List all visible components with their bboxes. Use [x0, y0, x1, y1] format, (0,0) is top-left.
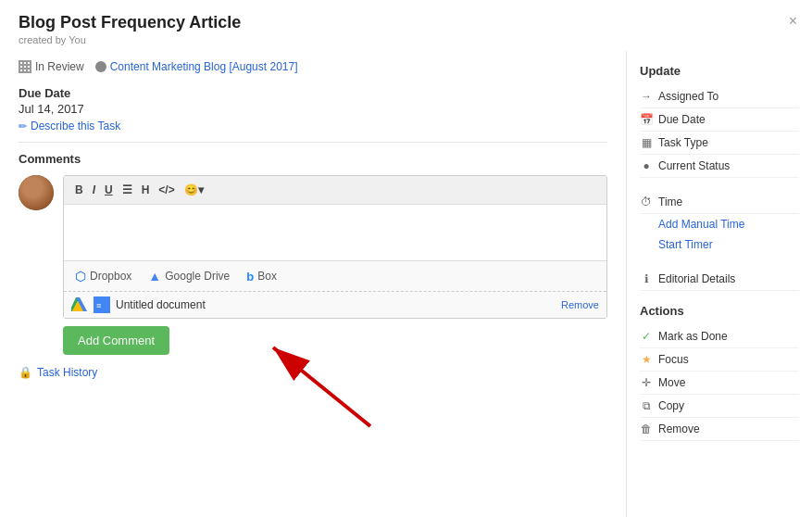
svg-text:≡: ≡ — [96, 301, 101, 310]
comment-area: B I U ☰ H </> 😊▾ — [19, 175, 607, 319]
modal-subtitle: created by You — [19, 34, 793, 45]
task-type-icon: ▦ — [640, 136, 653, 149]
describe-link[interactable]: ✏ Describe this Task — [19, 120, 607, 132]
task-history-link[interactable]: 🔒 Task History — [19, 366, 607, 379]
attached-file-left: ≡ Untitled document — [71, 296, 206, 313]
comments-label: Comments — [19, 152, 607, 166]
sidebar-item-mark-as-done[interactable]: ✓ Mark as Done — [640, 325, 799, 348]
comments-section: Comments B I U ☰ H — [19, 152, 607, 355]
copy-icon: ⧉ — [640, 399, 653, 412]
sidebar-item-copy[interactable]: ⧉ Copy — [640, 395, 799, 418]
modal-header: Blog Post Frequency Article created by Y… — [0, 0, 812, 51]
box-icon: b — [246, 270, 254, 284]
modal-body: In Review Content Marketing Blog [August… — [0, 51, 812, 517]
avatar — [19, 175, 54, 210]
actions-section-title: Actions — [640, 304, 799, 318]
code-button[interactable]: </> — [155, 182, 178, 198]
sidebar-item-remove[interactable]: 🗑 Remove — [640, 418, 799, 441]
list-button[interactable]: ☰ — [119, 182, 136, 198]
status-row: In Review Content Marketing Blog [August… — [19, 60, 607, 73]
editor-body[interactable] — [64, 205, 606, 260]
time-section: ⏱ Time Add Manual Time Start Timer — [640, 191, 799, 255]
due-date-section: Due Date Jul 14, 2017 ✏ Describe this Ta… — [19, 86, 607, 132]
status-badge: In Review — [19, 60, 84, 73]
gdrive-file-icon — [71, 296, 88, 313]
dropbox-icon: ⬡ — [75, 269, 86, 284]
box-button[interactable]: b Box — [243, 268, 281, 285]
underline-button[interactable]: U — [101, 182, 117, 198]
heading-button[interactable]: H — [138, 182, 154, 198]
sidebar-item-task-type[interactable]: ▦ Task Type — [640, 132, 799, 155]
close-button[interactable]: × — [789, 13, 797, 30]
move-icon: ✛ — [640, 376, 653, 389]
dropbox-button[interactable]: ⬡ Dropbox — [71, 267, 135, 285]
circle-icon — [95, 61, 106, 72]
clock-icon: ⏱ — [640, 195, 653, 208]
attachment-row: ⬡ Dropbox ▲ Google Drive b Box — [64, 260, 606, 291]
lock-icon: 🔒 — [19, 366, 32, 379]
sidebar-item-assigned-to[interactable]: → Assigned To — [640, 85, 799, 108]
modal-container: Blog Post Frequency Article created by Y… — [0, 0, 812, 517]
editor-toolbar: B I U ☰ H </> 😊▾ — [64, 176, 606, 205]
emoji-button[interactable]: 😊▾ — [181, 182, 207, 198]
status-text: In Review — [35, 60, 84, 73]
add-comment-button[interactable]: Add Comment — [63, 326, 169, 355]
star-icon: ★ — [640, 353, 653, 366]
add-manual-time-link[interactable]: Add Manual Time — [640, 214, 799, 234]
gdrive-button[interactable]: ▲ Google Drive — [144, 267, 233, 285]
calendar-icon: 📅 — [640, 113, 653, 126]
divider — [19, 142, 607, 143]
italic-button[interactable]: I — [89, 182, 99, 198]
attached-file-row: ≡ Untitled document Remove — [64, 291, 606, 318]
editorial-details-item[interactable]: ℹ Editorial Details — [640, 268, 799, 291]
start-timer-link[interactable]: Start Timer — [640, 234, 799, 255]
pencil-icon: ✏ — [19, 120, 27, 132]
remove-file-link[interactable]: Remove — [561, 299, 599, 310]
sidebar: Update → Assigned To 📅 Due Date ▦ Task T… — [627, 51, 812, 517]
update-section-title: Update — [640, 64, 799, 78]
gdrive-icon: ▲ — [148, 269, 161, 284]
actions-section: Actions ✓ Mark as Done ★ Focus ✛ Move ⧉ … — [640, 304, 799, 441]
status-dot-icon: ● — [640, 159, 653, 172]
sidebar-item-time[interactable]: ⏱ Time — [640, 191, 799, 214]
modal-title: Blog Post Frequency Article — [19, 13, 793, 32]
sidebar-item-focus[interactable]: ★ Focus — [640, 348, 799, 372]
checkmark-icon: ✓ — [640, 330, 653, 343]
arrow-right-icon: → — [640, 90, 653, 103]
main-content: In Review Content Marketing Blog [August… — [0, 51, 627, 517]
info-icon: ℹ — [640, 272, 653, 285]
doc-icon: ≡ — [94, 296, 110, 313]
file-name: Untitled document — [116, 298, 206, 311]
bold-button[interactable]: B — [71, 182, 87, 198]
sidebar-item-due-date[interactable]: 📅 Due Date — [640, 108, 799, 132]
due-date-value: Jul 14, 2017 — [19, 102, 607, 116]
sidebar-item-current-status[interactable]: ● Current Status — [640, 155, 799, 178]
editor-container: B I U ☰ H </> 😊▾ — [63, 175, 607, 319]
content-link[interactable]: Content Marketing Blog [August 2017] — [95, 60, 298, 73]
due-date-label: Due Date — [19, 86, 607, 100]
sidebar-item-move[interactable]: ✛ Move — [640, 372, 799, 395]
avatar-image — [19, 175, 54, 210]
trash-icon: 🗑 — [640, 422, 653, 435]
grid-icon — [19, 60, 31, 73]
